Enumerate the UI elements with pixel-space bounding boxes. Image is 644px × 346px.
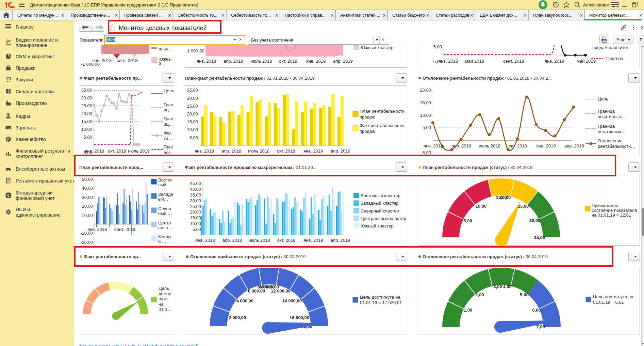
svg-text:5,00: 5,00: [520, 292, 528, 297]
svg-text:Центр: Центр: [158, 220, 171, 225]
svg-text:Гран: Гран: [164, 102, 173, 107]
svg-text:25,00: 25,00: [518, 204, 529, 209]
svg-text:20,00: 20,00: [81, 111, 92, 116]
svg-text:ый…: ый…: [158, 196, 168, 202]
svg-text:План рентабельности: План рентабельности: [360, 109, 404, 114]
svg-text:10,00: 10,00: [82, 213, 93, 218]
svg-text:35,00: 35,00: [534, 235, 545, 240]
svg-text:-20,00: -20,00: [80, 240, 93, 245]
svg-text:30,00: 30,00: [82, 195, 93, 200]
svg-text:Прог: Прог: [164, 144, 174, 150]
svg-text:апр. 2018: апр. 2018: [224, 59, 243, 64]
svg-text:Цель достигнута на: Цель достигнута на: [360, 295, 400, 300]
svg-text:20,00: 20,00: [187, 111, 198, 116]
svg-text:15,00: 15,00: [187, 119, 198, 124]
svg-text:Центральный кластер: Центральный кластер: [361, 216, 406, 221]
svg-text:30,00: 30,00: [187, 96, 198, 101]
svg-text:май 2018: май 2018: [465, 59, 484, 64]
svg-text:продаж: продаж: [360, 114, 375, 120]
svg-text:на: на: [159, 302, 164, 307]
svg-text:иц…: иц…: [164, 107, 173, 112]
svg-text:01.01.19 = 6,61: 01.01.19 = 6,61: [593, 300, 624, 305]
svg-text:16 000,00: 16 000,00: [290, 315, 309, 320]
svg-text:10,00: 10,00: [81, 127, 92, 132]
svg-text:негативных…: негативных…: [598, 129, 626, 134]
svg-text:€: €: [7, 193, 10, 198]
svg-text:апр. 2019: апр. 2019: [333, 59, 353, 64]
svg-text:₽: ₽: [7, 137, 10, 141]
svg-text:Факт рентабельности: Факт рентабельности: [360, 123, 404, 128]
svg-text:июль 2018: июль 2018: [479, 143, 500, 148]
svg-text:альн…: альн…: [159, 46, 173, 51]
svg-text:янв. 2018: янв. 2018: [85, 148, 104, 154]
svg-text:Гран: Гран: [164, 116, 173, 121]
svg-text:14 000,00: 14 000,00: [282, 298, 302, 303]
svg-text:10,00: 10,00: [420, 113, 431, 118]
svg-text:Цель достигнута на: Цель достигнута на: [593, 294, 633, 299]
svg-text:янв. 2019: янв. 2019: [536, 143, 556, 148]
svg-text:5,00: 5,00: [423, 125, 431, 130]
svg-text:5,00: 5,00: [189, 135, 198, 140]
svg-text:янв. 2019: янв. 2019: [306, 59, 326, 64]
svg-text:30,00: 30,00: [190, 198, 201, 203]
svg-text:10,00: 10,00: [187, 127, 198, 132]
svg-text:ный …: ный …: [158, 211, 172, 216]
svg-text:ти…: ти…: [164, 136, 172, 141]
svg-text:Южный кластер: Южный кластер: [361, 45, 394, 50]
svg-text:20,00: 20,00: [82, 204, 93, 209]
svg-text:4,00: 4,00: [503, 284, 511, 289]
svg-text:Восточный кластер: Восточный кластер: [361, 193, 400, 198]
svg-text:апр. 2019: апр. 2019: [331, 148, 350, 154]
svg-text:1,00: 1,00: [464, 308, 472, 313]
svg-text:4 000,00: 4 000,00: [236, 298, 254, 303]
svg-text:июль 2018: июль 2018: [248, 238, 270, 243]
svg-text:1 000,00: 1 000,00: [187, 48, 204, 53]
svg-text:25,00: 25,00: [190, 204, 201, 209]
svg-text:окт. 2018: окт. 2018: [277, 148, 295, 154]
svg-text:12 000,00: 12 000,00: [271, 288, 291, 294]
svg-text:25,00: 25,00: [187, 104, 198, 109]
svg-text:апр. 2019: апр. 2019: [564, 143, 584, 148]
svg-text:2,00: 2,00: [475, 292, 484, 297]
svg-text:Восточ: Восточ: [158, 177, 172, 183]
svg-text:янв. 2018: янв. 2018: [439, 59, 458, 64]
svg-text:янв. 2019: янв. 2019: [303, 238, 323, 243]
svg-text:состояние показателя: состояние показателя: [592, 208, 637, 213]
svg-text:20,00: 20,00: [420, 88, 431, 93]
svg-text:й …: й …: [158, 239, 166, 244]
svg-text:5,00: 5,00: [84, 135, 92, 140]
svg-text:ный …: ный …: [158, 182, 172, 187]
svg-text:сент. 2018: сент. 2018: [117, 58, 138, 63]
svg-text:20,00: 20,00: [190, 209, 201, 215]
svg-text:Приемлемое: Приемлемое: [592, 203, 618, 208]
svg-text:45,00: 45,00: [190, 181, 201, 186]
svg-text:Южный кластер: Южный кластер: [361, 223, 394, 229]
svg-text:рентабельности…: рентабельности…: [598, 144, 635, 149]
svg-text:40,00: 40,00: [82, 186, 93, 191]
svg-text:Цель: Цель: [164, 88, 174, 93]
svg-text:ноз: ноз: [164, 150, 170, 155]
svg-text:янв. 2019: янв. 2019: [545, 59, 564, 64]
svg-text:янв. 2018: янв. 2018: [87, 227, 107, 232]
svg-text:50,00: 50,00: [82, 177, 93, 182]
svg-text:Север: Север: [158, 206, 171, 211]
svg-text:10,00: 10,00: [190, 221, 201, 226]
svg-text:Отклонение: Отклонение: [598, 138, 623, 143]
svg-text:альн…: альн…: [158, 225, 172, 230]
svg-text:15,00: 15,00: [81, 119, 92, 124]
svg-text:янв. 2018: янв. 2018: [92, 58, 112, 63]
svg-text:3,00: 3,00: [493, 284, 502, 289]
svg-text:5,00: 5,00: [193, 227, 201, 232]
svg-text:окт. 2018: окт. 2018: [108, 148, 126, 154]
svg-text:на 01.01.19 = 22,61: на 01.01.19 = 22,61: [592, 213, 631, 218]
svg-text:продаж план итог: продаж план итог: [592, 45, 628, 50]
svg-text:янв. 2018: янв. 2018: [197, 59, 216, 64]
svg-text:янв. 2019: янв. 2019: [303, 148, 323, 154]
svg-text:35,00: 35,00: [187, 88, 198, 93]
svg-text:июль 2019: июль 2019: [128, 148, 150, 154]
svg-text:сент. 2018: сент. 2018: [503, 59, 524, 64]
svg-text:15,00: 15,00: [190, 215, 201, 220]
svg-text:Цель: Цель: [598, 96, 608, 101]
svg-text:5,00: 5,00: [463, 218, 472, 223]
svg-text:янв. 2018: янв. 2018: [195, 238, 215, 243]
